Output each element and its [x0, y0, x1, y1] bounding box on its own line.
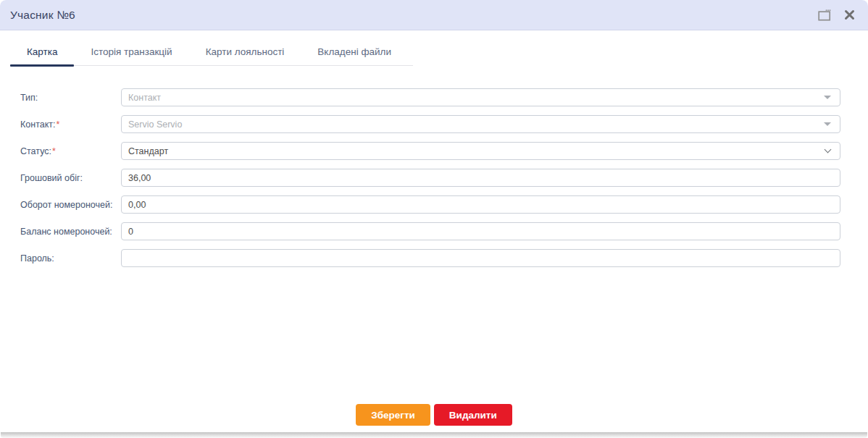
tab-karty-loyalnosti[interactable]: Карти лояльності: [189, 42, 301, 65]
field-label-wrap: Пароль:: [20, 253, 121, 264]
field-label: Оборот номероночей:: [20, 200, 112, 210]
type-select: Контакт: [121, 88, 840, 106]
form-row: Грошовий обіг:: [20, 169, 840, 187]
form-row: Тип: Контакт: [20, 88, 840, 106]
page: Учасник №6 Картка: [0, 0, 868, 438]
field-label: Контакт:: [20, 119, 55, 130]
field-label: Пароль:: [20, 253, 54, 264]
participant-dialog: Учасник №6 Картка: [0, 0, 868, 432]
save-button[interactable]: Зберегти: [356, 404, 430, 426]
tab-bar: Картка Історія транзакцій Карти лояльнос…: [10, 42, 413, 66]
delete-button[interactable]: Видалити: [434, 404, 512, 426]
dialog-title: Учасник №6: [10, 9, 75, 22]
room-nights-balance-input[interactable]: [121, 222, 840, 240]
form-row: Пароль:: [20, 249, 840, 267]
form-row: Статус:* Стандарт: [20, 142, 840, 160]
form-fields: Тип: Контакт Контакт:* Servio Servio Ста…: [0, 66, 868, 267]
window-controls: [817, 8, 856, 22]
field-value: Стандарт: [128, 146, 168, 156]
room-nights-turnover-input[interactable]: [121, 195, 840, 214]
caret-down-icon: [822, 122, 833, 126]
form-row: Контакт:* Servio Servio: [20, 115, 840, 133]
field-label-wrap: Оборот номероночей:: [20, 200, 121, 210]
caret-down-icon: [822, 96, 833, 99]
dialog-header: Учасник №6: [0, 0, 868, 30]
password-input[interactable]: [121, 249, 840, 267]
dialog-footer: Зберегти Видалити: [0, 404, 868, 426]
field-value: Контакт: [128, 93, 161, 103]
tab-kartka[interactable]: Картка: [10, 42, 74, 65]
form-row: Оборот номероночей:: [20, 195, 840, 214]
field-label: Баланс номероночей:: [20, 227, 112, 237]
dialog-bottom-shadow: [1, 432, 867, 438]
form-row: Баланс номероночей:: [20, 222, 840, 240]
field-label-wrap: Грошовий обіг:: [20, 173, 121, 183]
field-label-wrap: Контакт:*: [20, 119, 121, 130]
maximize-icon[interactable]: [817, 8, 832, 22]
chevron-down-icon: [822, 150, 833, 152]
status-select[interactable]: Стандарт: [121, 142, 840, 160]
required-asterisk: *: [52, 146, 56, 156]
field-value: Servio Servio: [128, 119, 182, 130]
field-label-wrap: Тип:: [20, 93, 121, 103]
field-label: Тип:: [20, 93, 38, 103]
field-label: Грошовий обіг:: [20, 173, 83, 183]
field-label-wrap: Статус:*: [20, 146, 121, 156]
field-label-wrap: Баланс номероночей:: [20, 227, 121, 237]
close-icon[interactable]: [842, 8, 856, 22]
tab-istoriya-tranzaktsiy[interactable]: Історія транзакцій: [74, 42, 188, 65]
tab-vkladeni-fayly[interactable]: Вкладені файли: [301, 42, 408, 65]
required-asterisk: *: [56, 119, 59, 130]
contact-select: Servio Servio: [121, 115, 840, 133]
field-label: Статус:: [20, 146, 51, 156]
cash-turnover-input[interactable]: [121, 169, 840, 187]
